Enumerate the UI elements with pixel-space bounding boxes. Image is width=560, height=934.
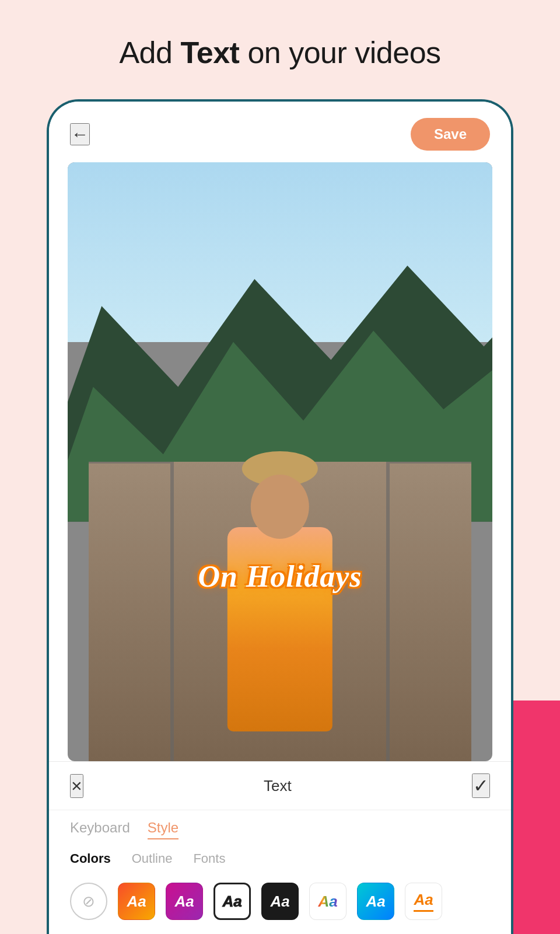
swatch-partial[interactable]: Aa: [405, 883, 442, 920]
top-bar: ← Save: [49, 102, 511, 162]
bridge-rail-right: [386, 462, 471, 761]
page-title: Add Text on your videos: [0, 0, 560, 93]
swatch-orange-red[interactable]: Aa: [118, 883, 155, 920]
subtab-colors[interactable]: Colors: [70, 851, 111, 866]
bottom-panel: × Text ✓ Keyboard Style Colors Outline F…: [49, 761, 511, 934]
swatch-rainbow[interactable]: Aa: [309, 883, 346, 920]
swatch-black-solid[interactable]: Aa: [261, 883, 299, 920]
swatch-purple-pink[interactable]: Aa: [166, 883, 203, 920]
text-toolbar: × Text ✓: [49, 762, 511, 810]
subtab-fonts[interactable]: Fonts: [193, 851, 225, 866]
swatch-none[interactable]: ⊘: [70, 883, 107, 920]
phone-frame: ← Save On Holidays: [47, 99, 513, 934]
mode-tabs: Keyboard Style: [49, 810, 511, 844]
video-scene: [68, 162, 492, 761]
video-area[interactable]: On Holidays: [68, 162, 492, 761]
person-body: [228, 527, 332, 731]
swatches-row: ⊘ Aa Aa Aa Aa Aa Aa Aa: [49, 873, 511, 934]
sub-tabs: Colors Outline Fonts: [49, 844, 511, 873]
subtab-outline[interactable]: Outline: [132, 851, 173, 866]
close-button[interactable]: ×: [70, 774, 83, 798]
back-button[interactable]: ←: [70, 123, 90, 145]
swatch-dark-outline[interactable]: Aa: [214, 883, 251, 920]
toolbar-title: Text: [264, 777, 292, 795]
tab-style[interactable]: Style: [148, 820, 178, 839]
person-head: [251, 475, 309, 539]
swatch-cyan-blue[interactable]: Aa: [357, 883, 394, 920]
tab-keyboard[interactable]: Keyboard: [70, 820, 130, 839]
save-button[interactable]: Save: [411, 118, 490, 151]
bridge-rail-left: [89, 462, 174, 761]
confirm-button[interactable]: ✓: [472, 773, 490, 798]
video-text-overlay[interactable]: On Holidays: [198, 559, 362, 594]
person-figure: [163, 252, 397, 731]
